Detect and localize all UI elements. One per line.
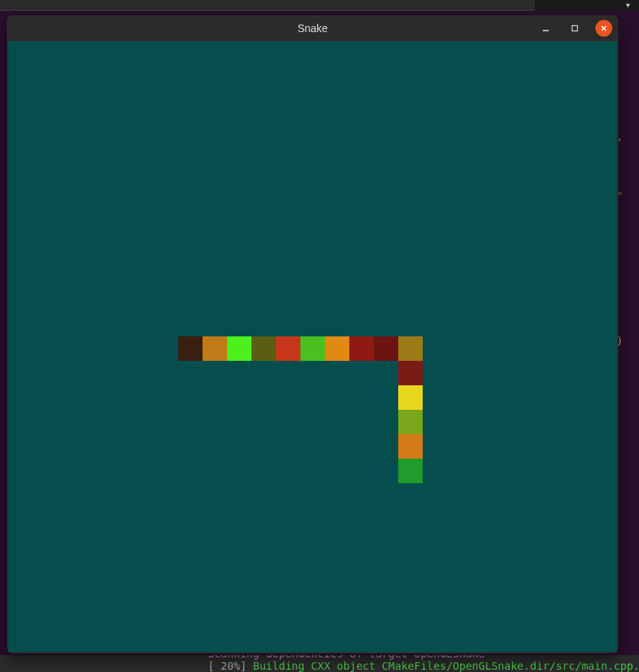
terminal-build-text: Building CXX object CMakeFiles/OpenGLSna… bbox=[253, 660, 639, 672]
tray-icon: ▾ bbox=[626, 1, 630, 9]
snake-segment bbox=[203, 336, 227, 361]
window-controls bbox=[537, 20, 612, 37]
minimize-icon bbox=[542, 24, 550, 32]
snake-segment bbox=[300, 336, 325, 361]
minimize-button[interactable] bbox=[537, 20, 554, 37]
svg-rect-1 bbox=[573, 26, 578, 31]
snake-segment bbox=[398, 361, 423, 385]
background-window-titlebar bbox=[0, 0, 535, 11]
terminal-percent: 20% bbox=[221, 660, 240, 672]
snake-segment bbox=[374, 336, 398, 361]
snake-segment bbox=[398, 434, 423, 459]
snake-segment bbox=[178, 336, 203, 361]
snake-segment bbox=[398, 336, 423, 361]
game-canvas[interactable] bbox=[8, 41, 617, 652]
maximize-icon bbox=[571, 24, 579, 32]
snake-game-window: Snake bbox=[7, 15, 618, 654]
terminal-line: [ 20%] Building CXX object CMakeFiles/Op… bbox=[208, 660, 639, 672]
snake-segment bbox=[276, 336, 300, 361]
snake-segment bbox=[398, 385, 423, 410]
system-tray: ▾ bbox=[626, 0, 630, 9]
snake-segment bbox=[227, 336, 251, 361]
window-title: Snake bbox=[7, 22, 618, 34]
terminal-output: Scanning dependencies of target OpenGLSn… bbox=[0, 655, 639, 672]
snake-segment bbox=[398, 410, 423, 434]
maximize-button[interactable] bbox=[566, 20, 583, 37]
window-titlebar[interactable]: Snake bbox=[7, 15, 618, 41]
snake-segment bbox=[398, 459, 423, 483]
snake-segment bbox=[325, 336, 349, 361]
snake-segment bbox=[349, 336, 374, 361]
terminal-bracket: ] bbox=[240, 660, 253, 672]
close-button[interactable] bbox=[595, 20, 612, 37]
snake-segment bbox=[251, 336, 276, 361]
terminal-bracket: [ bbox=[208, 660, 221, 672]
close-icon bbox=[600, 24, 608, 32]
